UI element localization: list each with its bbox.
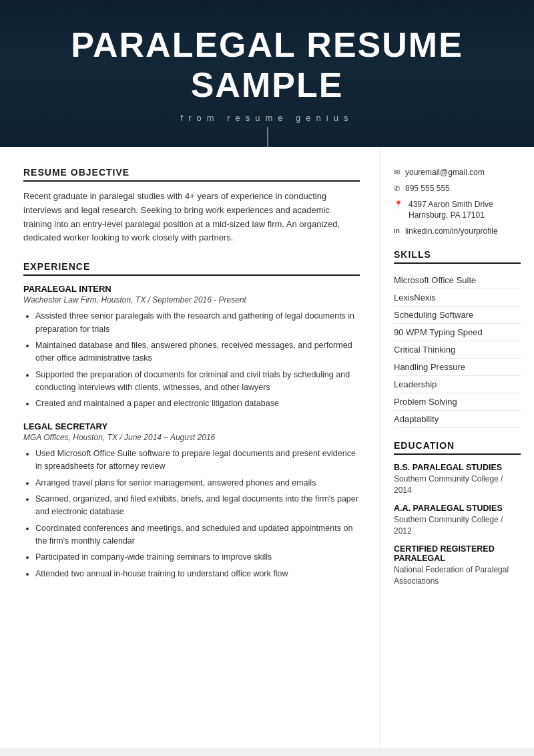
job-dates-1: September 2016 - Present — [152, 295, 246, 305]
bullet-1-1: Assisted three senior paralegals with th… — [35, 310, 360, 336]
edu-school-2: Southern Community College / 2012 — [394, 514, 521, 538]
job-meta-2: MGA Offices, Houston, TX / June 2014 – A… — [23, 433, 360, 442]
bullet-2-6: Attended two annual in-house training to… — [35, 568, 360, 580]
job-title-2: LEGAL SECRETARY — [23, 421, 360, 431]
skills-heading: SKILLS — [394, 249, 521, 264]
job-separator-2: / — [119, 433, 124, 442]
left-column: RESUME OBJECTIVE Recent graduate in para… — [0, 147, 380, 748]
skill-9: Adaptability — [394, 411, 521, 428]
experience-section: EXPERIENCE PARALEGAL INTERN Wachester La… — [23, 261, 360, 580]
skill-2: LexisNexis — [394, 289, 521, 307]
edu-entry-1: B.S. PARALEGAL STUDIES Southern Communit… — [394, 463, 521, 497]
skill-1: Microsoft Office Suite — [394, 272, 521, 289]
phone-icon: ✆ — [394, 184, 400, 193]
edu-entry-2: A.A. PARALEGAL STUDIES Southern Communit… — [394, 504, 521, 538]
job-entry-1: PARALEGAL INTERN Wachester Law Firm, Hou… — [23, 284, 360, 411]
contact-linkedin: in linkedin.com/in/yourprofile — [394, 226, 521, 237]
location-icon: 📍 — [394, 200, 403, 209]
phone-text: 895 555 555 — [405, 183, 450, 194]
objective-section: RESUME OBJECTIVE Recent graduate in para… — [23, 167, 360, 245]
contact-address: 📍 4397 Aaron Smith Drive Harrisburg, PA … — [394, 199, 521, 222]
edu-school-1: Southern Community College / 2014 — [394, 474, 521, 497]
education-heading: EDUCATION — [394, 440, 521, 455]
contact-email: ✉ youremail@gmail.com — [394, 167, 521, 178]
job-company-2: MGA Offices, Houston, TX — [23, 433, 117, 442]
page-title: PARALEGAL RESUME SAMPLE — [0, 25, 534, 105]
header-divider — [267, 127, 268, 147]
skill-3: Scheduling Software — [394, 307, 521, 324]
job-company-1: Wachester Law Firm, Houston, TX — [23, 295, 146, 305]
job-bullets-1: Assisted three senior paralegals with th… — [35, 310, 360, 411]
job-bullets-2: Used Microsoft Office Suite software to … — [35, 447, 360, 580]
skill-8: Problem Solving — [394, 393, 521, 411]
edu-school-3: National Federation of Paralegal Associa… — [394, 564, 521, 588]
job-entry-2: LEGAL SECRETARY MGA Offices, Houston, TX… — [23, 421, 360, 580]
skills-section: SKILLS Microsoft Office Suite LexisNexis… — [394, 249, 521, 428]
edu-entry-3: CERTIFIED REGISTERED PARALEGAL National … — [394, 544, 521, 588]
bullet-1-2: Maintained database and files, answered … — [35, 339, 360, 365]
objective-heading: RESUME OBJECTIVE — [23, 167, 360, 182]
email-text: youremail@gmail.com — [405, 167, 485, 178]
edu-degree-1: B.S. PARALEGAL STUDIES — [394, 463, 521, 472]
skill-7: Leadership — [394, 376, 521, 393]
skill-4: 90 WPM Typing Speed — [394, 324, 521, 341]
bullet-2-5: Participated in company-wide training se… — [35, 551, 360, 564]
job-title-1: PARALEGAL INTERN — [23, 284, 360, 294]
contact-phone: ✆ 895 555 555 — [394, 183, 521, 194]
job-meta-1: Wachester Law Firm, Houston, TX / Septem… — [23, 295, 360, 305]
linkedin-text: linkedin.com/in/yourprofile — [405, 226, 498, 237]
bullet-1-3: Supported the preparation of documents f… — [35, 369, 360, 395]
education-section: EDUCATION B.S. PARALEGAL STUDIES Souther… — [394, 440, 521, 587]
skill-5: Critical Thinking — [394, 341, 521, 359]
bullet-2-1: Used Microsoft Office Suite software to … — [35, 447, 360, 474]
main-content: RESUME OBJECTIVE Recent graduate in para… — [0, 147, 534, 748]
bullet-2-2: Arranged travel plans for senior managem… — [35, 477, 360, 490]
bullet-2-3: Scanned, organized, and filed exhibits, … — [35, 493, 360, 519]
experience-heading: EXPERIENCE — [23, 261, 360, 276]
email-icon: ✉ — [394, 168, 400, 177]
edu-degree-3: CERTIFIED REGISTERED PARALEGAL — [394, 544, 521, 563]
page-header: PARALEGAL RESUME SAMPLE from Resume Geni… — [0, 0, 534, 147]
contact-section: ✉ youremail@gmail.com ✆ 895 555 555 📍 43… — [394, 167, 521, 237]
address-text: 4397 Aaron Smith Drive Harrisburg, PA 17… — [409, 199, 493, 222]
objective-text: Recent graduate in paralegal studies wit… — [23, 190, 360, 245]
edu-degree-2: A.A. PARALEGAL STUDIES — [394, 504, 521, 513]
job-dates-2: June 2014 – August 2016 — [124, 433, 215, 442]
skill-6: Handling Pressure — [394, 359, 521, 376]
bullet-2-4: Coordinated conferences and meetings, an… — [35, 522, 360, 548]
right-column: ✉ youremail@gmail.com ✆ 895 555 555 📍 43… — [380, 147, 534, 748]
linkedin-icon: in — [394, 227, 400, 234]
page-subtitle: from Resume Genius — [181, 113, 354, 123]
bullet-1-4: Created and maintained a paper and elect… — [35, 397, 360, 410]
